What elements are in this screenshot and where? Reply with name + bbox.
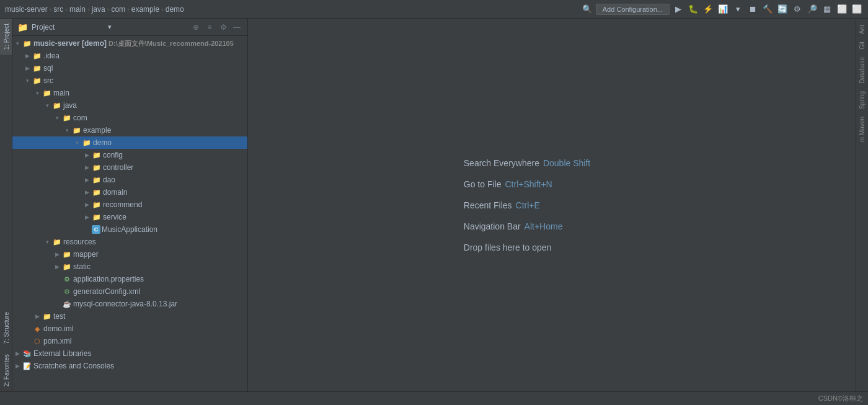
options-icon[interactable]: ⚙ [218, 22, 229, 33]
tree-item[interactable]: ◆demo.iml [12, 323, 247, 335]
tree-item[interactable]: ▾📁java [12, 99, 247, 112]
scope-icon[interactable]: ⊕ [190, 22, 202, 33]
folder-icon: 📁 [42, 313, 52, 321]
bc-java[interactable]: java [92, 5, 105, 14]
tree-arrow[interactable]: ▾ [32, 90, 42, 96]
tree-item[interactable]: ☕mysql-connector-java-8.0.13.jar [12, 298, 247, 310]
tree-label: example [83, 126, 111, 135]
tree-label: External Libraries [33, 349, 91, 358]
tree-arrow[interactable]: ▶ [82, 202, 92, 208]
tree-item[interactable]: ▶📁service [12, 211, 247, 223]
tree-label: MusicApplication [102, 225, 157, 234]
editor-area[interactable]: Search Everywhere Double Shift Go to Fil… [248, 19, 856, 391]
tree-arrow[interactable]: ▶ [82, 189, 92, 195]
top-bar: music-server › src › main › java › com ›… [0, 0, 868, 19]
tree-item[interactable]: ▶📁sql [12, 62, 247, 74]
bc-music-server[interactable]: music-server [5, 5, 48, 14]
tab-project[interactable]: 1: Project [0, 19, 12, 55]
tree-arrow[interactable]: ▾ [72, 140, 82, 146]
run-icon[interactable]: ▶ [672, 3, 684, 16]
folder-icon: 📁 [42, 89, 52, 97]
run-with-coverage-icon[interactable]: ⚡ [702, 3, 714, 16]
tab-database[interactable]: Database [857, 53, 867, 87]
tab-maven[interactable]: m Maven [857, 113, 867, 146]
find-usages-icon[interactable]: 🔎 [806, 3, 818, 16]
build-icon[interactable]: 🔨 [761, 3, 774, 16]
tree-item[interactable]: CMusicApplication [12, 223, 247, 236]
layout-icon[interactable]: ▦ [821, 3, 833, 16]
tree-item[interactable]: ⬡pom.xml [12, 335, 247, 347]
tree-label: main [53, 89, 69, 97]
recent-files-row: Recent Files Ctrl+E [464, 200, 540, 210]
tree-arrow[interactable]: ▶ [82, 177, 92, 183]
settings-icon[interactable]: ⚙ [791, 3, 804, 16]
tree-item[interactable]: ▶📁test [12, 310, 247, 323]
tree-arrow[interactable]: ▶ [82, 214, 92, 220]
tree-item[interactable]: ▾📁com [12, 112, 247, 124]
tree-arrow[interactable]: ▶ [12, 363, 22, 369]
tree-item[interactable]: ▶📁.idea [12, 50, 247, 62]
tree-item[interactable]: ▾📁demo [12, 136, 247, 149]
tree-arrow[interactable]: ▶ [82, 152, 92, 158]
tree-item[interactable]: ▶📁mapper [12, 248, 247, 260]
bc-com[interactable]: com [111, 5, 125, 14]
tab-ant[interactable]: Ant [857, 21, 867, 38]
tree-arrow[interactable]: ▶ [22, 65, 32, 71]
tree-arrow[interactable]: ▾ [42, 239, 52, 245]
tree-arrow[interactable]: ▶ [32, 313, 42, 319]
welcome-content: Search Everywhere Double Shift Go to Fil… [464, 158, 590, 252]
tree-arrow[interactable]: ▶ [22, 53, 32, 59]
tab-git[interactable]: Git [857, 38, 867, 53]
tree-arrow[interactable]: ▾ [12, 40, 22, 47]
tree-item[interactable]: ▾📁main [12, 87, 247, 99]
tree-item[interactable]: ▾📁music-server [demo] D:\桌面文件\Music_reco… [12, 37, 247, 50]
tree-item[interactable]: ▶📁config [12, 149, 247, 161]
tree-item[interactable]: ▶📁controller [12, 161, 247, 174]
search-icon[interactable]: 🔍 [581, 3, 593, 16]
project-folder-icon: 📁 [17, 22, 28, 32]
dropdown-arrow[interactable]: ▾ [108, 23, 112, 31]
bc-example[interactable]: example [131, 5, 159, 14]
tree-arrow[interactable]: ▶ [12, 350, 22, 357]
tree-arrow[interactable]: ▾ [22, 78, 32, 84]
group-icon[interactable]: ≡ [204, 22, 215, 33]
tree-label: service [103, 213, 126, 221]
stop-icon[interactable]: ⏹ [746, 3, 759, 16]
tree-item[interactable]: ▶📝Scratches and Consoles [12, 360, 247, 372]
close-panel-icon[interactable]: — [231, 22, 242, 33]
tree-item[interactable]: ⚙generatorConfig.xml [12, 285, 247, 298]
debug-icon[interactable]: 🐛 [687, 3, 699, 16]
maximize-icon[interactable]: ⬜ [851, 3, 863, 16]
tree-item[interactable]: ▶📚External Libraries [12, 347, 247, 360]
add-configuration-button[interactable]: Add Configuration... [596, 4, 670, 15]
tree-item[interactable]: ▶📁recommend [12, 198, 247, 211]
bc-main[interactable]: main [69, 5, 86, 14]
tree-label: config [103, 151, 123, 159]
tree-item[interactable]: ▾📁example [12, 124, 247, 136]
tree-arrow[interactable]: ▾ [62, 127, 72, 133]
tree-arrow[interactable]: ▾ [52, 115, 62, 121]
tab-structure[interactable]: 7: Structure [0, 307, 12, 349]
tab-favorites[interactable]: 2: Favorites [0, 349, 12, 391]
tree-item[interactable]: ▶📁dao [12, 174, 247, 186]
dropdown-icon[interactable]: ▾ [732, 3, 744, 16]
project-tree[interactable]: ▾📁music-server [demo] D:\桌面文件\Music_reco… [12, 36, 247, 391]
rebuild-icon[interactable]: 🔄 [776, 3, 789, 16]
bc-demo[interactable]: demo [166, 5, 184, 14]
tree-arrow[interactable]: ▶ [82, 164, 92, 171]
bc-src[interactable]: src [53, 5, 63, 14]
tree-arrow[interactable]: ▾ [42, 102, 52, 109]
tab-spring[interactable]: Spring [857, 87, 867, 113]
tree-item[interactable]: ⚙application.properties [12, 273, 247, 285]
libraries-icon: 📚 [22, 350, 32, 358]
tree-item[interactable]: ▾📁resources [12, 236, 247, 248]
tree-arrow[interactable]: ▶ [52, 264, 62, 270]
tree-item[interactable]: ▶📁domain [12, 186, 247, 198]
tree-item[interactable]: ▶📁static [12, 260, 247, 273]
tree-arrow[interactable]: ▶ [52, 251, 62, 257]
tree-label: .idea [43, 51, 60, 60]
restore-icon[interactable]: ⬜ [836, 3, 848, 16]
tree-item[interactable]: ▾📁src [12, 74, 247, 87]
profile-icon[interactable]: 📊 [717, 3, 729, 16]
tree-label: test [53, 312, 65, 321]
